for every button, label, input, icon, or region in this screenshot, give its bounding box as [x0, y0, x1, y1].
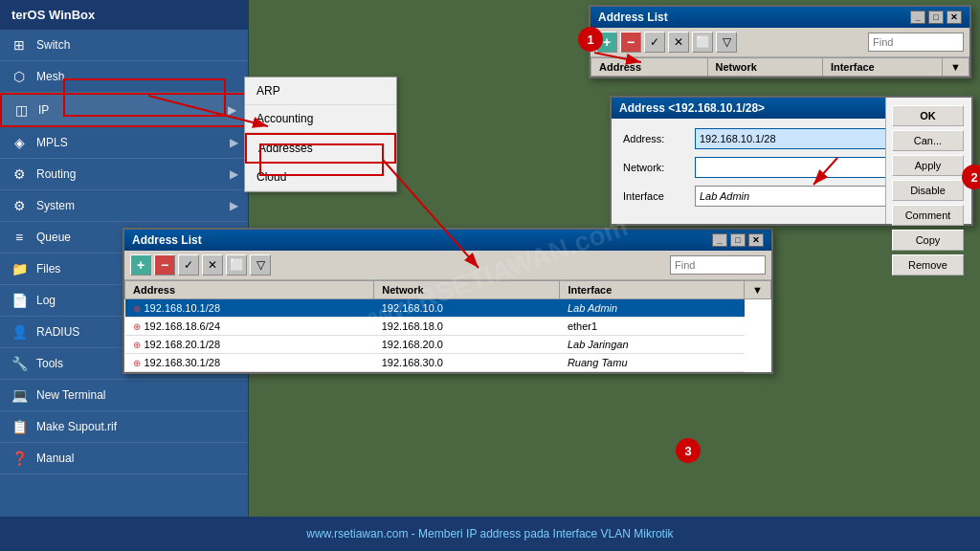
address-edit-window: Address <192.168.10.1/28> _ □ ✕ Address:… [610, 96, 973, 226]
check-btn-bg[interactable]: ✓ [178, 254, 199, 276]
interface-label: Interface [623, 190, 695, 202]
cell-address: ⊕192.168.18.6/24 [125, 318, 374, 336]
mpls-arrow: ▶ [230, 136, 238, 149]
table-row[interactable]: ⊕192.168.30.1/28 192.168.30.0 Ruang Tamu [125, 354, 771, 372]
footer: www.rsetiawan.com - Memberi IP address p… [0, 517, 980, 551]
cross-btn-front[interactable]: ✕ [668, 32, 689, 53]
log-icon: 📄 [10, 291, 29, 310]
table-row[interactable]: ⊕192.168.10.1/28 192.168.10.0 Lab Admin [125, 299, 771, 318]
ip-submenu: ARP Accounting Addresses Cloud [244, 77, 397, 192]
sidebar-item-label: MPLS [36, 136, 68, 149]
comment-button[interactable]: Comment [892, 205, 964, 226]
sidebar-item-label: Mesh [36, 70, 64, 83]
cell-network: 192.168.30.0 [374, 354, 560, 372]
row-icon: ⊕ [133, 303, 141, 314]
sidebar-item-mesh[interactable]: ⬡ Mesh [0, 61, 248, 93]
sidebar-item-label: Routing [36, 167, 76, 181]
ok-button[interactable]: OK [892, 105, 964, 126]
table-row[interactable]: ⊕192.168.20.1/28 192.168.20.0 Lab Jaring… [125, 336, 771, 354]
address-list-title-bg: Address List [132, 233, 202, 247]
col-interface-bg[interactable]: Interface [560, 281, 745, 299]
copy-button[interactable]: Copy [892, 230, 964, 251]
close-btn-front[interactable]: ✕ [947, 11, 962, 24]
col-dropdown-front[interactable]: ▼ [943, 58, 969, 77]
address-list-titlebar-bg: Address List _ □ ✕ [124, 230, 771, 251]
cross-btn-bg[interactable]: ✕ [202, 254, 223, 276]
files-icon: 📁 [10, 259, 29, 278]
submenu-accounting[interactable]: Accounting [245, 105, 396, 133]
button-panel: OK Can... Apply Disable Comment Copy Rem… [885, 98, 971, 224]
sidebar-item-manual[interactable]: ❓ Manual [0, 443, 248, 474]
sidebar-item-switch[interactable]: ⊞ Switch [0, 30, 248, 61]
submenu-addresses[interactable]: Addresses [245, 133, 396, 164]
cell-address: ⊕192.168.20.1/28 [125, 336, 374, 354]
remove-btn-front[interactable]: − [620, 32, 641, 53]
sidebar-item-label: Switch [36, 38, 70, 52]
marker-1: 1 [578, 27, 603, 52]
row-icon: ⊕ [133, 321, 141, 332]
col-address-bg[interactable]: Address [125, 281, 374, 299]
supout-icon: 📋 [10, 417, 29, 436]
submenu-cloud[interactable]: Cloud [245, 164, 396, 191]
mpls-icon: ◈ [10, 133, 29, 152]
close-btn-bg[interactable]: ✕ [748, 233, 764, 247]
sidebar-item-make-supout[interactable]: 📋 Make Supout.rif [0, 411, 248, 443]
disable-button[interactable]: Disable [892, 180, 964, 201]
minimize-btn-front[interactable]: _ [910, 11, 925, 24]
copy-btn-bg[interactable]: ⬜ [226, 254, 247, 276]
cell-network: 192.168.18.0 [374, 318, 560, 336]
cell-interface: Lab Admin [560, 299, 745, 318]
sidebar-item-system[interactable]: ⚙ System ▶ [0, 190, 248, 222]
address-table-front: Address Network Interface ▼ [590, 57, 969, 77]
sidebar-item-mpls[interactable]: ◈ MPLS ▶ [0, 127, 248, 159]
col-interface-front[interactable]: Interface [822, 58, 942, 77]
copy-btn-front[interactable]: ⬜ [692, 32, 713, 53]
apply-button[interactable]: Apply [892, 155, 964, 176]
find-input-front[interactable] [868, 33, 964, 52]
cell-network: 192.168.20.0 [374, 336, 560, 354]
maximize-btn-front[interactable]: □ [928, 11, 944, 24]
table-row[interactable]: ⊕192.168.18.6/24 192.168.18.0 ether1 [125, 318, 771, 336]
mesh-icon: ⬡ [10, 67, 29, 86]
sidebar-item-new-terminal[interactable]: 💻 New Terminal [0, 380, 248, 411]
remove-button[interactable]: Remove [892, 254, 964, 276]
sidebar-item-label: Manual [36, 452, 74, 465]
check-btn-front[interactable]: ✓ [644, 32, 665, 53]
address-list-title-front: Address List [598, 11, 668, 24]
minimize-btn-bg[interactable]: _ [712, 233, 727, 247]
sidebar-item-label: New Terminal [36, 388, 105, 402]
col-network-bg[interactable]: Network [374, 281, 560, 299]
edit-content: Address: Network: ▼ Interface Lab Admin … [612, 119, 971, 224]
system-icon: ⚙ [10, 196, 29, 215]
sidebar-item-label: RADIUS [36, 325, 79, 339]
cell-network: 192.168.10.0 [374, 299, 560, 318]
toolbar-front: + − ✓ ✕ ⬜ ▽ [590, 28, 969, 57]
window-controls-front: _ □ ✕ [910, 11, 962, 24]
find-input-bg[interactable] [670, 255, 766, 275]
remove-btn-bg[interactable]: − [154, 254, 175, 276]
col-dropdown-bg[interactable]: ▼ [745, 281, 771, 299]
sidebar-item-routing[interactable]: ⚙ Routing ▶ [0, 159, 248, 190]
col-address-front[interactable]: Address [591, 58, 708, 77]
routing-arrow: ▶ [230, 167, 238, 181]
sidebar-item-label: IP [38, 103, 49, 117]
find-box-front [868, 33, 964, 52]
add-btn-bg[interactable]: + [130, 254, 151, 276]
sidebar-item-label: Make Supout.rif [36, 420, 117, 433]
row-icon: ⊕ [133, 340, 141, 350]
marker-3: 3 [676, 438, 701, 463]
cell-interface: Ruang Tamu [560, 354, 745, 372]
maximize-btn-bg[interactable]: □ [730, 233, 746, 247]
col-network-front[interactable]: Network [707, 58, 822, 77]
sidebar-item-ip[interactable]: ◫ IP ▶ [0, 93, 248, 127]
filter-btn-bg[interactable]: ▽ [250, 254, 271, 276]
tools-icon: 🔧 [10, 354, 29, 373]
terminal-icon: 💻 [10, 386, 29, 405]
address-table-bg: Address Network Interface ▼ ⊕192.168.10.… [124, 280, 771, 372]
filter-btn-front[interactable]: ▽ [716, 32, 737, 53]
sidebar-item-label: System [36, 199, 75, 212]
cell-address: ⊕192.168.30.1/28 [125, 354, 374, 372]
network-label: Network: [623, 162, 695, 173]
cancel-button[interactable]: Can... [892, 130, 964, 151]
submenu-arp[interactable]: ARP [245, 77, 396, 105]
